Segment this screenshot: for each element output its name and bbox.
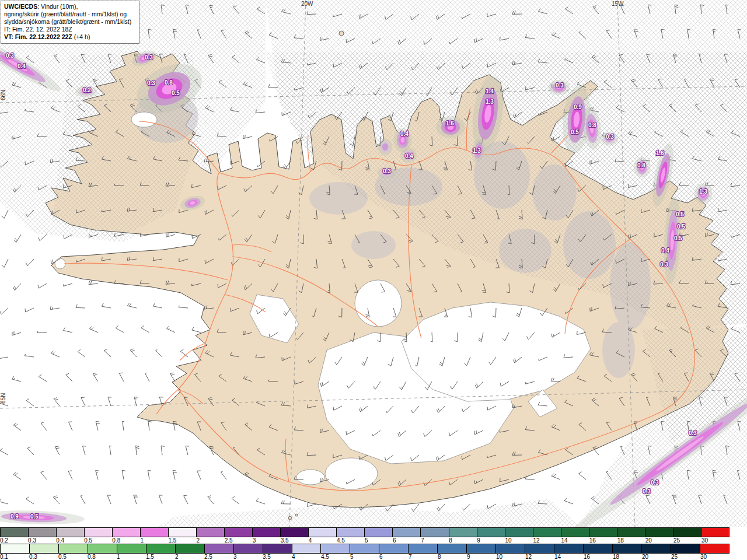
colorbar-label: 1	[117, 554, 146, 560]
legend-box: UWC/ECDS: Vindur (10m), rigning/skúrir (…	[1, 1, 139, 44]
colorbar-cell	[589, 528, 617, 537]
precip-value-label: 0.4	[661, 247, 669, 254]
precip-value-label: 0.8	[588, 122, 596, 128]
colorbar-cell	[88, 544, 117, 553]
colorbar-cell	[57, 528, 85, 537]
glacier-eyjafjallajokull	[296, 470, 324, 485]
colorbar-label: 0.3	[28, 537, 56, 544]
colorbar-cell	[309, 528, 337, 537]
colorbar-cell	[30, 544, 59, 553]
colorbar-label: 3.5	[281, 537, 309, 544]
weather-map-page: 20W15W66N65N 0.30.40.30.20.30.80.50.40.4…	[0, 0, 747, 560]
colorbar-label: 3	[233, 554, 263, 560]
colorbar-label: 16	[584, 554, 613, 560]
colorbar-cell	[169, 528, 197, 537]
precip-value-label: 0.4	[405, 153, 413, 159]
precip-value-label: 0.3	[383, 168, 391, 174]
colorbar-label: 18	[613, 554, 642, 560]
colorbar-label: 25	[671, 554, 700, 560]
colorbar-cell	[29, 528, 57, 537]
colorbar-label: 4	[309, 537, 337, 544]
colorbar-cell	[379, 544, 409, 553]
precip-value-label: 0.3	[689, 430, 697, 436]
colorbar-cell	[1, 544, 30, 553]
precip-value-label: 0.3	[556, 82, 564, 89]
precip-value-label: 0.8	[637, 162, 645, 169]
precip-value-label: 1.4	[486, 88, 494, 94]
colorbar-label: 4.5	[337, 537, 365, 544]
precip-value-label: 0.3	[6, 52, 14, 59]
colorbar-label: 4.5	[321, 554, 350, 560]
colorbar-label: 12	[525, 554, 554, 560]
precip-value-label: 0.4	[400, 131, 409, 137]
colorbar-rain-labels: 0.10.30.50.811.522.533.544.5567891012141…	[0, 554, 729, 560]
precip-value-label: 0.4	[18, 63, 26, 69]
colorbar-cell	[642, 544, 671, 553]
precip-value-label: 0.5	[676, 211, 684, 218]
colorbar-label: 0.4	[56, 537, 84, 544]
colorbar-cell	[146, 544, 176, 553]
colorbar-cell	[525, 544, 554, 553]
precip-value-label: 0.5	[30, 513, 39, 520]
colorbar-label: 9	[477, 537, 505, 544]
colorbar-label: 2.5	[225, 537, 253, 544]
colorbar-label: 16	[589, 537, 617, 544]
legend-it-time: IT: Fim. 22. 12. 2022 18Z	[4, 26, 136, 33]
graticule-label: 15W	[612, 1, 624, 7]
glacier-myrdalsjokull	[325, 458, 378, 489]
precip-value-label: 0.3	[606, 134, 614, 140]
colorbar-label: 14	[561, 537, 589, 544]
colorbar-cell	[321, 544, 350, 553]
colorbar-rain-cells	[0, 544, 729, 554]
colorbar-cell	[253, 528, 281, 537]
legend-line-3: slydda/snjókoma (grátt/bleikt/grænt - mm…	[4, 18, 136, 26]
colorbar-label: 2.5	[204, 554, 233, 560]
colorbar-cell	[176, 544, 205, 553]
legend-line-2: rigning/skúrir (grænt/blátt/rautt - mm/1…	[4, 10, 136, 18]
colorbar-cell	[337, 528, 365, 537]
colorbar-cell	[496, 544, 525, 553]
glacier-drangajokull	[131, 112, 157, 127]
graticule-label: 20W	[301, 1, 313, 7]
colorbar-label: 4	[292, 554, 321, 560]
precip-value-label: 1.3	[486, 99, 494, 105]
colorbar-label: 14	[554, 554, 584, 560]
colorbar-cell	[350, 544, 379, 553]
colorbar-cell	[438, 544, 467, 553]
colorbar-label: 1.5	[146, 554, 175, 560]
colorbar-label: 0.5	[58, 554, 88, 560]
colorbar-label: 10	[496, 554, 525, 560]
precip-cell	[382, 144, 388, 150]
colorbar-label: 5	[350, 554, 379, 560]
colorbar-cell	[113, 528, 141, 537]
island-vestmannaeyjar-2	[295, 514, 298, 516]
colorbar-label: 2	[197, 537, 225, 544]
colorbar-label: 0.1	[0, 554, 29, 560]
glacier-hofsjokull	[355, 280, 402, 327]
colorbar-cell	[671, 544, 700, 553]
colorbar-label: 0.3	[29, 554, 58, 560]
precip-value-label: 1.3	[473, 148, 481, 154]
precip-value-label: 1.6	[656, 150, 664, 156]
precip-value-label: 0.3	[145, 54, 153, 61]
colorbar-cell	[263, 544, 292, 553]
colorbar-label: 7	[421, 537, 449, 544]
colorbar-cell	[234, 544, 263, 553]
precip-value-label: 0.9	[574, 104, 582, 110]
colorbar-label: 2	[175, 554, 204, 560]
graticule-label: 65N	[0, 393, 6, 404]
colorbar-cell	[584, 544, 613, 553]
precip-value-label: 0.3	[643, 488, 651, 495]
colorbar-rain: 0.10.30.50.811.522.533.544.5567891012141…	[0, 544, 747, 560]
colorbar-label: 7	[409, 554, 438, 560]
colorbar-cell	[205, 544, 234, 553]
colorbar-cell	[449, 528, 477, 537]
model-name: UWC/ECDS	[4, 3, 37, 10]
colorbar-cell	[700, 544, 729, 553]
colorbar-label: 0.5	[84, 537, 112, 544]
colorbar-cell	[673, 528, 701, 537]
colorbar-label: 8	[438, 554, 467, 560]
colorbar-cell	[467, 544, 496, 553]
colorbar-cell	[292, 544, 322, 553]
colorbar-cell	[421, 528, 449, 537]
